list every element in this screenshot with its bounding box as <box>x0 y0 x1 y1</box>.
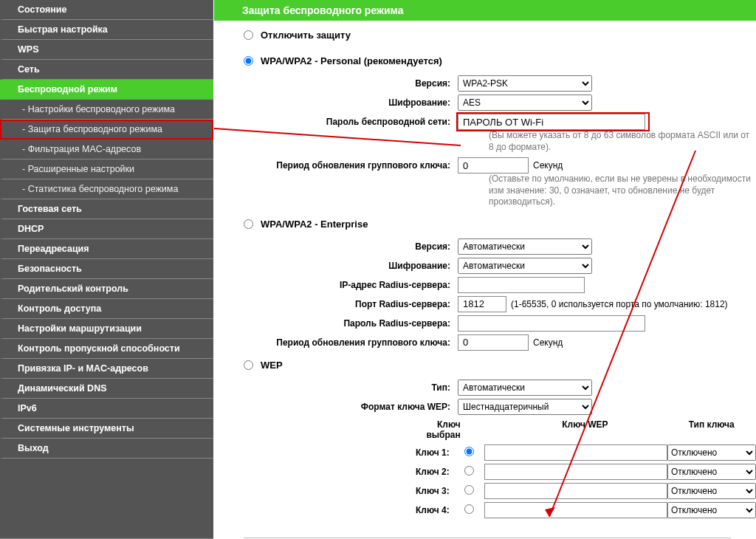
select-wep-key-type-3[interactable]: Отключено <box>667 483 756 499</box>
sidebar-item-4[interactable]: Беспроводной режим <box>0 80 213 100</box>
wep-key-row: Ключ 4:Отключено <box>405 501 756 520</box>
wep-key-label: Ключ 1: <box>405 447 454 458</box>
wep-head-selected: Ключ выбран <box>405 419 465 440</box>
input-wep-key-1[interactable] <box>484 444 667 461</box>
sidebar-item-2[interactable]: WPS <box>0 40 213 60</box>
label-encryption: Шифрование: <box>244 97 458 108</box>
divider <box>244 538 731 538</box>
unit-seconds-ent: Секунд <box>533 337 563 348</box>
sidebar-item-17[interactable]: Контроль пропускной способности <box>0 339 213 359</box>
wep-key-row: Ключ 2:Отключено <box>405 462 756 481</box>
radio-wep-key-4[interactable] <box>464 504 474 514</box>
input-radius-port[interactable] <box>458 296 506 312</box>
option-disable-security: Отключить защиту <box>261 30 351 41</box>
select-ent-encryption[interactable]: Автоматически <box>458 258 592 274</box>
sidebar-item-9[interactable]: - Статистика беспроводного режима <box>0 179 213 199</box>
label-ent-group-key-period: Период обновления группового ключа: <box>244 337 458 348</box>
sidebar: СостояниеБыстрая настройкаWPSСетьБеспров… <box>0 0 213 539</box>
sidebar-item-3[interactable]: Сеть <box>0 60 213 80</box>
wep-key-label: Ключ 3: <box>405 486 454 496</box>
label-wep-format: Формат ключа WEP: <box>244 402 458 412</box>
input-radius-ip[interactable] <box>458 277 585 293</box>
wep-key-table: Ключ выбран Ключ WEP Тип ключа Ключ 1:От… <box>244 416 756 520</box>
label-ent-version: Версия: <box>244 241 458 252</box>
option-wpa-personal: WPA/WPA2 - Personal (рекомендуется) <box>261 55 442 66</box>
select-wpa-encryption[interactable]: AES <box>458 95 592 111</box>
sidebar-item-16[interactable]: Настройки маршрутизации <box>0 319 213 339</box>
label-radius-ip: IP-адрес Radius-сервера: <box>244 280 458 290</box>
label-radius-port: Порт Radius-сервера: <box>244 299 458 309</box>
input-wireless-password[interactable] <box>458 114 645 130</box>
sidebar-item-22[interactable]: Выход <box>0 439 213 459</box>
sidebar-item-11[interactable]: DHCP <box>0 219 213 239</box>
sidebar-item-15[interactable]: Контроль доступа <box>0 299 213 319</box>
main-content: Защита беспроводного режима Отключить за… <box>219 0 756 539</box>
wep-key-row: Ключ 3:Отключено <box>405 481 756 501</box>
sidebar-item-19[interactable]: Динамический DNS <box>0 379 213 399</box>
wep-key-label: Ключ 4: <box>405 505 454 515</box>
select-ent-version[interactable]: Автоматически <box>458 238 592 255</box>
sidebar-item-5[interactable]: - Настройки беспроводного режима <box>0 100 213 120</box>
wep-key-row: Ключ 1:Отключено <box>405 443 756 462</box>
label-version: Версия: <box>244 78 458 89</box>
radio-disable-security[interactable] <box>244 30 253 40</box>
sidebar-item-14[interactable]: Родительский контроль <box>0 279 213 299</box>
option-wep: WEP <box>261 360 283 371</box>
sidebar-item-18[interactable]: Привязка IP- и MAC-адресов <box>0 359 213 379</box>
radio-wep-key-1[interactable] <box>464 447 474 456</box>
select-wep-key-type-2[interactable]: Отключено <box>667 464 756 480</box>
wep-head-key: Ключ WEP <box>503 419 667 440</box>
wep-head-type: Тип ключа <box>667 419 756 440</box>
input-wep-key-3[interactable] <box>484 483 667 499</box>
sidebar-item-10[interactable]: Гостевая сеть <box>0 199 213 219</box>
sidebar-item-6[interactable]: - Защита беспроводного режима <box>0 120 213 140</box>
sidebar-item-13[interactable]: Безопасность <box>0 259 213 279</box>
hint-password: (Вы можете указать от 8 до 63 символов ф… <box>244 130 756 153</box>
input-group-key-period[interactable] <box>458 157 529 174</box>
wep-key-label: Ключ 2: <box>405 467 454 477</box>
radio-wep[interactable] <box>244 360 253 370</box>
label-ent-encryption: Шифрование: <box>244 261 458 271</box>
unit-seconds: Секунд <box>533 160 563 171</box>
sidebar-item-12[interactable]: Переадресация <box>0 239 213 259</box>
sidebar-item-0[interactable]: Состояние <box>0 0 213 20</box>
input-wep-key-4[interactable] <box>484 502 667 518</box>
select-wep-type[interactable]: Автоматически <box>458 380 592 396</box>
radio-wep-key-2[interactable] <box>464 466 474 476</box>
page-title: Защита беспроводного режима <box>214 0 756 21</box>
sidebar-item-7[interactable]: - Фильтрация MAC-адресов <box>0 140 213 159</box>
sidebar-item-1[interactable]: Быстрая настройка <box>0 20 213 40</box>
select-wep-key-type-4[interactable]: Отключено <box>667 502 756 518</box>
input-radius-password[interactable] <box>458 315 645 332</box>
label-group-key-period: Период обновления группового ключа: <box>244 160 458 171</box>
sidebar-item-20[interactable]: IPv6 <box>0 399 213 419</box>
hint-group-key: (Оставьте по умолчанию, если вы не увере… <box>244 174 756 208</box>
select-wep-format[interactable]: Шестнадцатеричный <box>458 399 592 415</box>
radio-wpa-personal[interactable] <box>244 56 253 66</box>
radio-wpa-enterprise[interactable] <box>244 219 253 229</box>
label-wireless-password: Пароль беспроводной сети: <box>244 117 458 127</box>
label-radius-password: Пароль Radius-сервера: <box>244 318 458 329</box>
label-wep-type: Тип: <box>244 382 458 393</box>
radio-wep-key-3[interactable] <box>464 485 474 495</box>
hint-radius-port: (1-65535, 0 используется порта по умолча… <box>511 299 728 309</box>
password-highlight-box <box>458 114 648 130</box>
sidebar-item-21[interactable]: Системные инструменты <box>0 419 213 439</box>
input-ent-group-key-period[interactable] <box>458 334 529 351</box>
select-wpa-version[interactable]: WPA2-PSK <box>458 75 592 92</box>
sidebar-item-8[interactable]: - Расширенные настройки <box>0 159 213 179</box>
input-wep-key-2[interactable] <box>484 464 667 480</box>
option-wpa-enterprise: WPA/WPA2 - Enterprise <box>261 219 368 230</box>
select-wep-key-type-1[interactable]: Отключено <box>667 444 756 461</box>
